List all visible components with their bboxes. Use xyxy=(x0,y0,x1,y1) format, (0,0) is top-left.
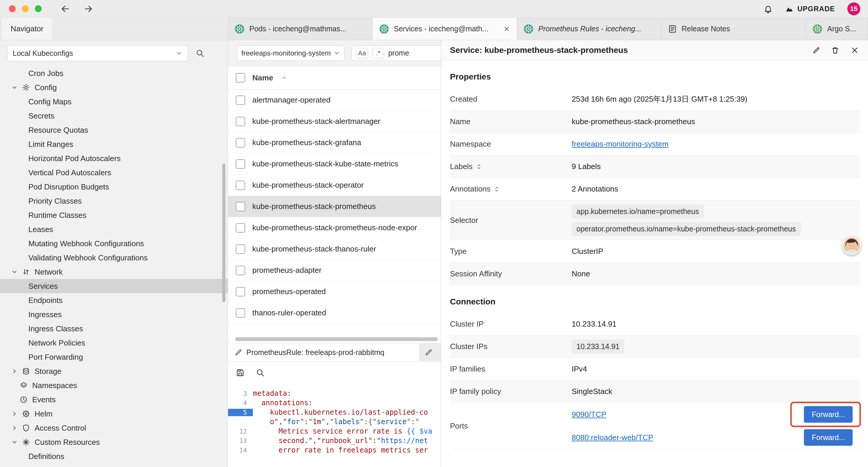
table-row-alertmanager-operated[interactable]: alertmanager-operated xyxy=(228,90,441,111)
sidebar-search-icon[interactable] xyxy=(195,49,205,58)
sidebar-item-network[interactable]: Network xyxy=(0,265,228,279)
namespace-link[interactable]: freeleaps-monitoring-system xyxy=(572,140,669,148)
row-checkbox[interactable] xyxy=(236,266,245,275)
tab-release-notes[interactable]: Release Notes xyxy=(661,18,806,40)
sidebar-item-runtime-classes[interactable]: Runtime Classes xyxy=(0,208,228,222)
table-row-kube-prometheus-stack-prometheus[interactable]: kube-prometheus-stack-prometheus xyxy=(228,196,441,217)
kubeconfig-selector[interactable]: Local Kubeconfigs xyxy=(7,45,188,61)
sidebar-item-services[interactable]: Services xyxy=(0,279,228,293)
sidebar-item-limit-ranges[interactable]: Limit Ranges xyxy=(0,137,228,151)
row-checkbox[interactable] xyxy=(236,308,245,318)
table-row-kube-prometheus-stack-kube-state-metrics[interactable]: kube-prometheus-stack-kube-state-metrics xyxy=(228,153,441,175)
sort-ascending-icon[interactable] xyxy=(281,75,287,81)
assistant-avatar[interactable] xyxy=(843,236,861,255)
tab-pods-icecheng-mathmas[interactable]: Pods - icecheng@mathmas... xyxy=(228,18,373,40)
sidebar-item-secrets[interactable]: Secrets xyxy=(0,109,228,123)
sidebar-item-helm[interactable]: Helm xyxy=(0,407,228,421)
editor-search-icon[interactable] xyxy=(256,368,265,377)
yaml-editor[interactable]: 3metadata:4 annotations:5 kubectl.kubern… xyxy=(228,384,441,467)
table-row-kube-prometheus-stack-thanos-ruler[interactable]: kube-prometheus-stack-thanos-ruler xyxy=(228,238,441,260)
table-row-kube-prometheus-stack-prometheus-node-ex[interactable]: kube-prometheus-stack-prometheus-node-ex… xyxy=(228,217,441,238)
vertical-scrollbar[interactable] xyxy=(222,164,225,302)
updown-icon[interactable] xyxy=(493,186,500,193)
chevron-down-icon[interactable] xyxy=(10,84,19,91)
minimize-window-button[interactable] xyxy=(22,5,29,12)
table-row-kube-prometheus-stack-grafana[interactable]: kube-prometheus-stack-grafana xyxy=(228,132,441,153)
port-link[interactable]: 9090/TCP xyxy=(572,410,606,419)
sidebar-item-definitions[interactable]: Definitions xyxy=(0,449,228,463)
table-row-thanos-ruler-operated[interactable]: thanos-ruler-operated xyxy=(228,302,441,324)
updown-icon[interactable] xyxy=(476,164,482,170)
sidebar-item-pod-disruption-budgets[interactable]: Pod Disruption Budgets xyxy=(0,180,228,194)
namespace-filter-dropdown[interactable]: freeleaps-monitoring-system xyxy=(237,46,344,61)
table-row-kube-prometheus-stack-alertmanager[interactable]: kube-prometheus-stack-alertmanager xyxy=(228,111,441,132)
upgrade-button[interactable]: UPGRADE xyxy=(785,4,835,13)
tab-argo-s[interactable]: Argo S... xyxy=(806,18,868,40)
sidebar-item-namespaces[interactable]: Namespaces xyxy=(0,378,228,392)
select-all-checkbox[interactable] xyxy=(236,73,245,83)
sidebar-item-ingress-classes[interactable]: Ingress Classes xyxy=(0,322,228,336)
row-checkbox[interactable] xyxy=(236,138,245,147)
table-row-kube-prometheus-stack-operator[interactable]: kube-prometheus-stack-operator xyxy=(228,175,441,196)
row-checkbox[interactable] xyxy=(236,159,245,169)
row-checkbox[interactable] xyxy=(236,202,245,211)
editor-tab-prometheusrule[interactable]: PrometheusRule: freeleaps-prod-rabbitmq xyxy=(228,344,420,361)
close-window-button[interactable] xyxy=(9,5,16,12)
chevron-down-icon[interactable] xyxy=(10,269,19,275)
forward-button[interactable]: Forward... xyxy=(804,406,852,423)
sidebar-item-mutating-webhook-configurations[interactable]: Mutating Webhook Configurations xyxy=(0,236,228,251)
list-search-input[interactable]: Aa .* prome xyxy=(351,46,441,61)
sidebar-item-leases[interactable]: Leases xyxy=(0,222,228,236)
chevron-right-icon[interactable] xyxy=(10,368,19,375)
editor-tab-partial[interactable] xyxy=(420,344,441,361)
sidebar-item-priority-classes[interactable]: Priority Classes xyxy=(0,194,228,208)
sidebar-item-access-control[interactable]: Access Control xyxy=(0,421,228,435)
sidebar-item-custom-resources[interactable]: Custom Resources xyxy=(0,435,228,449)
sidebar-item-network-policies[interactable]: Network Policies xyxy=(0,336,228,350)
tab-prometheus-rules-icecheng[interactable]: Prometheus Rules - icecheng... xyxy=(517,18,661,40)
sidebar-item-validating-webhook-configurations[interactable]: Validating Webhook Configurations xyxy=(0,251,228,265)
row-checkbox[interactable] xyxy=(236,287,245,296)
sidebar-item-port-forwarding[interactable]: Port Forwarding xyxy=(0,350,228,364)
row-checkbox[interactable] xyxy=(236,181,245,190)
sidebar-item-vertical-pod-autoscalers[interactable]: Vertical Pod Autoscalers xyxy=(0,166,228,180)
save-icon[interactable] xyxy=(236,368,245,377)
row-checkbox[interactable] xyxy=(236,117,245,126)
horizontal-scrollbar[interactable] xyxy=(235,337,438,341)
navigator-panel-tab[interactable]: Navigator xyxy=(2,18,52,40)
sidebar-item-cron-jobs[interactable]: Cron Jobs xyxy=(0,66,228,80)
sidebar-item-endpoints[interactable]: Endpoints xyxy=(0,293,228,308)
forward-button[interactable]: Forward... xyxy=(804,429,852,446)
forward-button-wrap: Forward... xyxy=(804,429,852,446)
sidebar-item-resource-quotas[interactable]: Resource Quotas xyxy=(0,123,228,137)
trash-icon[interactable] xyxy=(831,46,840,55)
sidebar-item-ingresses[interactable]: Ingresses xyxy=(0,308,228,322)
notification-count-badge[interactable]: 15 xyxy=(847,2,860,16)
sidebar-item-config[interactable]: Config xyxy=(0,80,228,95)
sidebar-item-horizontal-pod-autoscalers[interactable]: Horizontal Pod Autoscalers xyxy=(0,151,228,166)
table-row-prometheus-adapter[interactable]: prometheus-adapter xyxy=(228,260,441,281)
forward-arrow-icon[interactable] xyxy=(84,4,93,13)
sidebar-item-config-maps[interactable]: Config Maps xyxy=(0,95,228,109)
close-icon[interactable] xyxy=(850,46,859,55)
maximize-window-button[interactable] xyxy=(35,5,42,12)
upgrade-mountain-icon xyxy=(785,4,794,13)
table-row-prometheus-operated[interactable]: prometheus-operated xyxy=(228,281,441,302)
close-icon[interactable] xyxy=(503,25,510,32)
sidebar-item-storage[interactable]: Storage xyxy=(0,364,228,378)
name-column-header[interactable]: Name xyxy=(252,73,273,83)
back-arrow-icon[interactable] xyxy=(61,4,70,13)
chevron-down-icon[interactable] xyxy=(10,439,19,445)
notifications-bell-icon[interactable] xyxy=(764,4,773,13)
port-link[interactable]: 8080:reloader-web/TCP xyxy=(572,433,653,442)
sidebar-item-events[interactable]: Events xyxy=(0,392,228,407)
chevron-right-icon[interactable] xyxy=(10,411,19,417)
tab-services-icecheng-math[interactable]: Services - icecheng@math... xyxy=(373,18,517,40)
match-case-toggle[interactable]: Aa xyxy=(356,48,368,59)
regex-toggle[interactable]: .* xyxy=(372,48,384,59)
row-checkbox[interactable] xyxy=(236,244,245,254)
row-checkbox[interactable] xyxy=(236,95,245,105)
chevron-right-icon[interactable] xyxy=(10,425,19,431)
row-checkbox[interactable] xyxy=(236,223,245,233)
edit-icon[interactable] xyxy=(812,47,820,54)
